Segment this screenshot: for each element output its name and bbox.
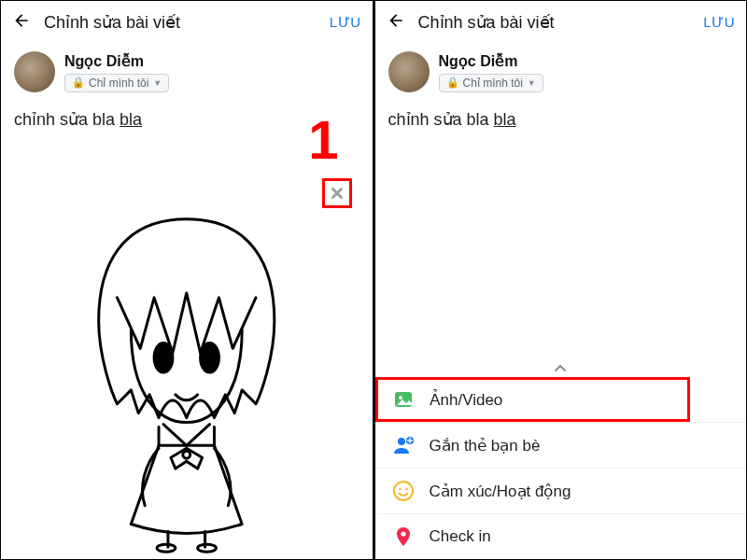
- lock-icon: 🔒: [72, 77, 85, 89]
- lock-icon: 🔒: [446, 77, 459, 89]
- caret-down-icon: ▼: [528, 78, 536, 88]
- back-icon[interactable]: [387, 11, 405, 34]
- checkin-icon: [392, 525, 415, 548]
- page-title: Chỉnh sửa bài viết: [418, 12, 704, 33]
- tag-friends[interactable]: Gắn thẻ bạn bè: [375, 422, 747, 468]
- caret-down-icon: ▼: [153, 78, 162, 88]
- sheet-drag-handle[interactable]: [375, 357, 747, 377]
- svg-point-0: [154, 343, 173, 372]
- svg-point-11: [405, 488, 408, 491]
- photo-video-icon: [392, 388, 415, 411]
- back-icon[interactable]: [12, 11, 31, 34]
- check-in[interactable]: Check in: [375, 513, 747, 559]
- close-icon: [329, 185, 345, 202]
- privacy-label: Chỉ mình tôi: [89, 77, 148, 90]
- post-text-underlined: bla: [120, 110, 142, 129]
- svg-point-9: [394, 482, 413, 500]
- annotation-step-1: 1: [308, 113, 338, 167]
- save-button[interactable]: LƯU: [330, 14, 361, 31]
- author-name[interactable]: Ngọc Diễm: [64, 52, 169, 70]
- post-text-input[interactable]: chỉnh sửa bla bla: [375, 100, 747, 135]
- avatar[interactable]: [388, 51, 430, 92]
- svg-point-4: [198, 544, 217, 552]
- chevron-up-icon: [554, 360, 567, 375]
- svg-point-7: [398, 438, 405, 445]
- privacy-selector[interactable]: 🔒 Chỉ mình tôi ▼: [439, 74, 543, 92]
- feeling-label: Cảm xúc/Hoạt động: [430, 482, 571, 501]
- post-text-plain: chỉnh sửa bla: [388, 110, 494, 129]
- post-text-underlined: bla: [494, 110, 516, 129]
- tag-friends-label: Gắn thẻ bạn bè: [430, 436, 541, 455]
- remove-image-button[interactable]: [322, 178, 352, 208]
- tag-friends-icon: [392, 434, 415, 456]
- svg-point-2: [183, 451, 190, 458]
- privacy-selector[interactable]: 🔒 Chỉ mình tôi ▼: [64, 74, 169, 92]
- svg-point-12: [401, 531, 405, 536]
- attach-photo-video[interactable]: Ảnh/Video: [375, 377, 691, 422]
- svg-point-3: [157, 544, 176, 552]
- post-text-plain: chỉnh sửa bla: [14, 110, 120, 129]
- privacy-label: Chỉ mình tôi: [463, 77, 523, 90]
- author-name[interactable]: Ngọc Diễm: [439, 52, 543, 70]
- svg-point-1: [201, 343, 219, 372]
- avatar[interactable]: [14, 51, 55, 92]
- save-button[interactable]: LƯU: [703, 14, 735, 31]
- svg-point-6: [399, 396, 402, 399]
- page-title: Chỉnh sửa bài viết: [44, 12, 330, 33]
- feeling-activity[interactable]: Cảm xúc/Hoạt động: [375, 468, 747, 513]
- checkin-label: Check in: [430, 527, 491, 546]
- attachment-sheet: Ảnh/Video Gắn thẻ bạn bè Cảm xúc/Hoạt độ…: [375, 357, 747, 559]
- feeling-icon: [392, 480, 415, 502]
- svg-point-10: [399, 488, 402, 491]
- attached-image[interactable]: [66, 206, 307, 555]
- attach-photo-video-label: Ảnh/Video: [430, 390, 503, 410]
